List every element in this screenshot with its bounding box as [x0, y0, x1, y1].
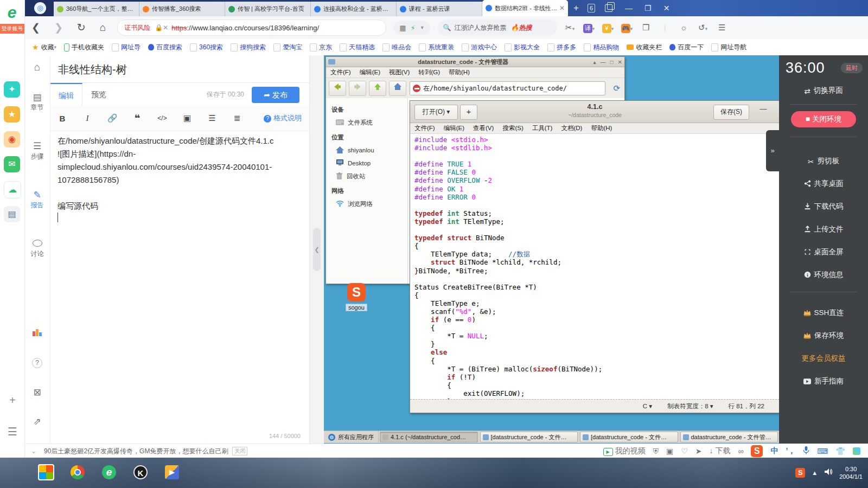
quote-button[interactable]: ❝	[125, 112, 150, 124]
ad-text[interactable]: 90后土豪怒砸2亿开发高爆传奇，GM免费开放，想要什么自己刷	[44, 447, 228, 456]
bookmark-item[interactable]: 精品购物	[584, 43, 619, 52]
browser-tab[interactable]: 360导航_一个主页，整个世...	[54, 2, 139, 16]
doc-content[interactable]: 在/home/shiyanlou/datastructure_code/创建源代…	[58, 134, 299, 226]
fm-menu-item[interactable]: 文件(F)	[330, 68, 351, 76]
boost-rocket-icon[interactable]: ➤	[695, 447, 702, 455]
bookmark-item[interactable]: 搜狗搜索	[231, 43, 266, 52]
progress-icon[interactable]: ⇗	[24, 416, 50, 427]
start-button[interactable]	[36, 462, 56, 483]
bookmark-item[interactable]: 影视大全	[505, 43, 540, 52]
bookmark-item[interactable]: 拼多多	[547, 43, 576, 52]
bookmark-item[interactable]: 手机收藏夹	[64, 43, 104, 52]
fm-up-button[interactable]	[369, 81, 386, 96]
my-video-button[interactable]: ▶ 我的视频	[603, 446, 646, 456]
taskbar-chrome-icon[interactable]	[67, 462, 88, 483]
screenshot-scissors-icon[interactable]: ✂▾	[564, 22, 576, 33]
image-button[interactable]: ▣	[175, 113, 200, 123]
publish-button[interactable]: ➦ 发布	[252, 87, 299, 103]
fm-shade-button[interactable]: ▴	[593, 59, 596, 65]
clipboard-button[interactable]: ✂剪切板	[779, 156, 868, 166]
sidebar-weibo-icon[interactable]: ◉	[4, 131, 20, 147]
fm-menu-item[interactable]: 帮助(H)	[449, 68, 470, 76]
course-nav-报告[interactable]: ✎报告	[24, 190, 50, 210]
ssh-button[interactable]: SSH直连	[779, 308, 868, 318]
window-maximize-button[interactable]: ❐	[644, 4, 652, 12]
lang-selector[interactable]: C ▾	[643, 402, 652, 410]
theme-icon[interactable]: ☼	[678, 22, 690, 33]
save-env-button[interactable]: 保存环境	[779, 331, 868, 341]
bookmark-item[interactable]: 网址导航	[711, 43, 746, 52]
tray-clock[interactable]: 0:302004/1/1	[839, 465, 863, 480]
vnc-taskbar-window[interactable]: 4.1.c (~/datastructure_cod…	[380, 432, 478, 442]
sidebar-app-icon[interactable]: ✦	[4, 81, 20, 98]
browser-360-logo[interactable]: e	[2, 3, 22, 22]
taskbar-k-app-icon[interactable]: K	[130, 462, 151, 483]
bookmark-item[interactable]: 京东	[310, 43, 332, 52]
tab-close-icon[interactable]: ✕	[559, 4, 565, 12]
screenshot-icon[interactable]: ▣	[666, 447, 673, 455]
soft-keyboard-icon[interactable]: ⌨	[817, 447, 828, 455]
guide-button[interactable]: 新手指南	[779, 376, 868, 386]
close-env-button[interactable]: ■ 关闭环境	[791, 111, 856, 127]
editor-menu-item[interactable]: 文件(F)	[414, 124, 435, 132]
ordered-list-button[interactable]: ☰	[200, 113, 225, 123]
fm-titlebar[interactable]: datastructure_code - 文件管理器 ▴ — □ ✕	[326, 57, 624, 67]
bookmark-item[interactable]: 天猫精选	[340, 43, 375, 52]
extension-group[interactable]: ▦⚡▼	[394, 21, 430, 35]
sidebar-cloud-icon[interactable]: ☁	[4, 181, 21, 198]
course-nav-讨论[interactable]: 讨论	[24, 239, 50, 259]
vnc-desktop[interactable]: datastructure_code - 文件管理器 ▴ — □ ✕ 文件(F)…	[324, 55, 779, 444]
bookmark-item[interactable]: ★收藏 ▾	[32, 43, 56, 52]
course-nav-章节[interactable]: ▤章节	[24, 92, 50, 112]
doc-cancel-icon[interactable]: ⊠	[24, 387, 50, 398]
fm-forward-button[interactable]	[349, 81, 366, 96]
home-button[interactable]: ⌂	[100, 17, 106, 38]
taskbar-360browser-icon[interactable]: e	[99, 462, 119, 483]
sogou-ime-icon[interactable]: S	[751, 445, 763, 457]
fm-sidebar-shiyanlou[interactable]: shiyanlou	[336, 144, 407, 157]
browser-tab[interactable]: 传智 | 高校学习平台-首页	[225, 2, 311, 16]
shield-icon[interactable]: ⛨	[653, 447, 659, 456]
sogou-icon[interactable]: S	[347, 283, 366, 301]
wallet-icon[interactable]: ¥▾	[602, 22, 614, 33]
env-info-button[interactable]: i环境信息	[779, 270, 868, 280]
sidebar-list-button[interactable]: ☰	[6, 425, 19, 438]
login-account-badge[interactable]: 登录账号	[0, 24, 24, 34]
taskbar-media-icon[interactable]: ▶	[162, 462, 182, 483]
window-close-button[interactable]: ✕	[663, 4, 670, 12]
app-market-icon[interactable]: ❒	[640, 22, 652, 33]
delay-button[interactable]: 延时	[841, 63, 863, 73]
menu-icon[interactable]: ☰	[716, 22, 728, 33]
editor-menu-item[interactable]: 查看(V)	[473, 124, 494, 132]
tray-sogou-icon[interactable]: S	[795, 468, 805, 478]
vnc-taskbar-window[interactable]: [datastructure_code - 文件…	[480, 432, 578, 442]
fm-refresh-icon[interactable]: ⟳	[613, 84, 620, 93]
ime-toolbox-icon[interactable]	[853, 447, 860, 455]
vnc-taskbar-window[interactable]: datastructure_code - 文件管…	[680, 432, 778, 442]
pane-splitter[interactable]: ❮	[309, 55, 324, 444]
collapse-handle[interactable]: ❮	[313, 228, 321, 271]
format-help-link[interactable]: ? 格式说明	[264, 113, 302, 123]
fm-sidebar-Desktop[interactable]: Desktop	[336, 157, 407, 170]
sidebar-add-button[interactable]: +	[6, 394, 19, 407]
panel-collapse-handle[interactable]: »	[766, 130, 779, 171]
health-icon[interactable]: ♡	[681, 447, 688, 455]
editor-menu-item[interactable]: 帮助(H)	[591, 124, 612, 132]
forward-button[interactable]: ❯	[54, 17, 63, 38]
save-button[interactable]: 保存(S)	[713, 105, 749, 120]
more-benefits-link[interactable]: 更多会员权益	[779, 354, 868, 363]
back-button[interactable]: ❮	[31, 17, 40, 38]
download-manager-button[interactable]: ↓ 下载	[710, 446, 731, 456]
editor-minimize-button[interactable]: —	[759, 105, 768, 114]
rank-icon[interactable]	[24, 329, 50, 338]
sidebar-mail-icon[interactable]: ✉	[4, 156, 20, 172]
fm-sidebar-回收站[interactable]: 回收站	[336, 170, 407, 183]
fullscreen-button[interactable]: 桌面全屏	[779, 247, 868, 257]
tab-edit[interactable]: 编辑	[50, 83, 82, 106]
course-home-icon[interactable]: ⌂	[24, 62, 50, 73]
fm-home-button[interactable]	[389, 81, 406, 96]
fm-minimize-button[interactable]: —	[601, 59, 606, 65]
fm-back-button[interactable]	[329, 81, 346, 96]
browser-tab[interactable]: 课程 - 蓝桥云课	[397, 2, 482, 16]
fm-sidebar-浏览网络[interactable]: 浏览网络	[336, 197, 407, 210]
